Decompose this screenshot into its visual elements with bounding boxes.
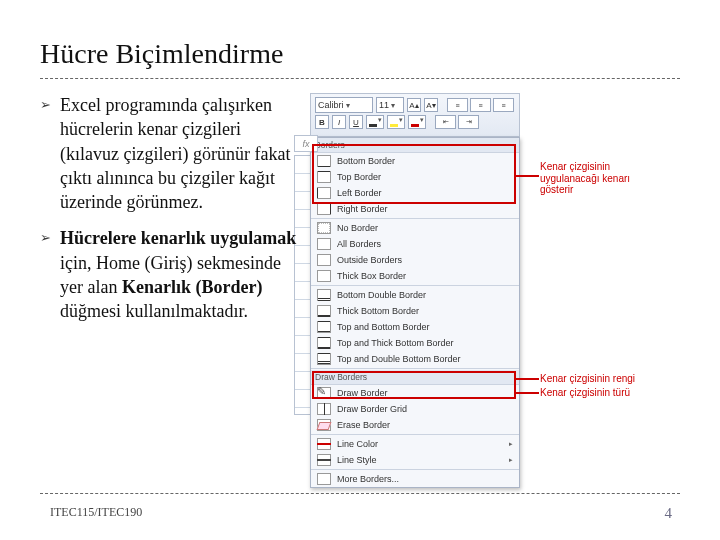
highlight-box [312, 371, 516, 399]
font-color-button[interactable] [408, 115, 426, 129]
indent-left-icon[interactable]: ⇤ [435, 115, 456, 129]
indent-right-icon[interactable]: ⇥ [458, 115, 479, 129]
chevron-right-icon: ▸ [509, 440, 513, 448]
slide-title: Hücre Biçimlendirme [40, 38, 680, 70]
align-mid-icon[interactable]: ≡ [470, 98, 491, 112]
border-item-tkb[interactable]: Thick Box Border [311, 268, 519, 284]
footer-course: ITEC115/ITEC190 [50, 505, 142, 520]
draw-item-lc[interactable]: Line Color▸ [311, 436, 519, 452]
draw-icon [317, 473, 331, 485]
bullet-list: ➢Excel programında çalışırken hücrelerin… [40, 93, 300, 336]
chevron-right-icon: ▸ [509, 456, 513, 464]
title-divider [40, 78, 680, 79]
bullet-icon: ➢ [40, 229, 51, 247]
border-icon [317, 203, 331, 215]
annotation-style: Kenar çizgisinin türü [540, 387, 650, 399]
border-icon [317, 305, 331, 317]
border-item-label: Thick Box Border [337, 271, 406, 281]
ribbon-font-group: Calibri▾ 11▾ A▴ A▾ ≡ ≡ ≡ B I U [310, 93, 520, 137]
align-bot-icon[interactable]: ≡ [493, 98, 514, 112]
border-item-label: Thick Bottom Border [337, 306, 419, 316]
border-item-label: Top and Thick Bottom Border [337, 338, 453, 348]
draw-item-label: Draw Border Grid [337, 404, 407, 414]
border-icon [317, 321, 331, 333]
font-name-combo[interactable]: Calibri▾ [315, 97, 373, 113]
highlight-box [312, 144, 516, 204]
border-button[interactable] [366, 115, 384, 129]
annotation-edge: Kenar çizgisinin uygulanacağı kenarı gös… [540, 161, 640, 196]
border-icon [317, 270, 331, 282]
draw-item-more[interactable]: More Borders... [311, 471, 519, 487]
border-icon [317, 337, 331, 349]
italic-button[interactable]: I [332, 115, 346, 129]
border-item-bdb[interactable]: Bottom Double Border [311, 287, 519, 303]
draw-icon [317, 454, 331, 466]
footer-divider [40, 493, 680, 494]
border-item-label: Top and Bottom Border [337, 322, 430, 332]
draw-item-label: Erase Border [337, 420, 390, 430]
border-icon [317, 238, 331, 250]
border-item-thb[interactable]: Thick Bottom Border [311, 303, 519, 319]
draw-item-erase[interactable]: Erase Border [311, 417, 519, 433]
annotation-line [515, 392, 539, 394]
draw-icon [317, 419, 331, 431]
border-item-label: Right Border [337, 204, 388, 214]
border-item-label: Bottom Double Border [337, 290, 426, 300]
border-icon [317, 254, 331, 266]
border-icon [317, 222, 331, 234]
bullet-2: ➢Hücrelere kenarlık uygulamak için, Home… [40, 226, 300, 323]
page-number: 4 [665, 505, 673, 522]
annotation-line [515, 378, 539, 380]
border-item-ab[interactable]: All Borders [311, 236, 519, 252]
draw-icon [317, 403, 331, 415]
border-item-label: Top and Double Bottom Border [337, 354, 461, 364]
border-item-ob[interactable]: Outside Borders [311, 252, 519, 268]
draw-item-label: Line Style [337, 455, 377, 465]
shrink-font-icon[interactable]: A▾ [424, 98, 438, 112]
border-item-label: No Border [337, 223, 378, 233]
border-item-tbtk[interactable]: Top and Thick Bottom Border [311, 335, 519, 351]
border-icon [317, 289, 331, 301]
annotation-color: Kenar çizgisinin rengi [540, 373, 650, 385]
border-item-tbdb[interactable]: Top and Double Bottom Border [311, 351, 519, 367]
font-size-combo[interactable]: 11▾ [376, 97, 404, 113]
draw-item-label: Line Color [337, 439, 378, 449]
border-item-label: Outside Borders [337, 255, 402, 265]
border-item-nb[interactable]: No Border [311, 220, 519, 236]
draw-icon [317, 438, 331, 450]
grow-font-icon[interactable]: A▴ [407, 98, 421, 112]
draw-item-ls[interactable]: Line Style▸ [311, 452, 519, 468]
excel-screenshot: fx Calibri▾ 11▾ A▴ A▾ ≡ ≡ ≡ B I [310, 93, 660, 488]
underline-button[interactable]: U [349, 115, 363, 129]
bold-button[interactable]: B [315, 115, 329, 129]
border-item-tbb[interactable]: Top and Bottom Border [311, 319, 519, 335]
annotation-line [515, 175, 539, 177]
bullet-1: ➢Excel programında çalışırken hücrelerin… [40, 93, 300, 214]
draw-item-grid[interactable]: Draw Border Grid [311, 401, 519, 417]
fill-color-button[interactable] [387, 115, 405, 129]
border-item-label: All Borders [337, 239, 381, 249]
bullet-icon: ➢ [40, 96, 51, 114]
draw-item-label: More Borders... [337, 474, 399, 484]
align-top-icon[interactable]: ≡ [447, 98, 468, 112]
border-icon [317, 353, 331, 365]
